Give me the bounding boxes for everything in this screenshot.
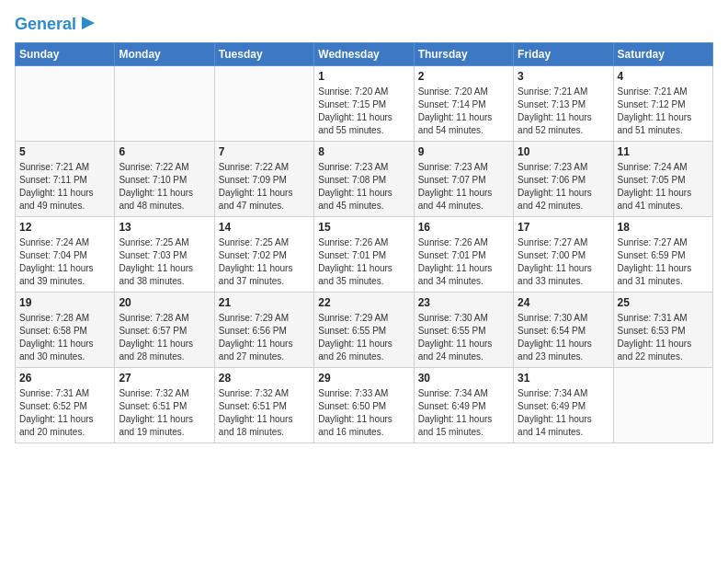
week-row-1: 1Sunrise: 7:20 AMSunset: 7:15 PMDaylight…: [16, 66, 713, 142]
day-number: 10: [518, 145, 609, 158]
day-number: 14: [219, 221, 310, 234]
day-info: Sunrise: 7:34 AMSunset: 6:49 PMDaylight:…: [518, 387, 609, 439]
day-number: 22: [318, 296, 409, 309]
calendar-cell: 6Sunrise: 7:22 AMSunset: 7:10 PMDaylight…: [115, 142, 214, 217]
calendar-cell: 29Sunrise: 7:33 AMSunset: 6:50 PMDayligh…: [314, 368, 414, 443]
day-info: Sunrise: 7:21 AMSunset: 7:12 PMDaylight:…: [618, 86, 709, 137]
day-number: 17: [518, 221, 609, 234]
day-info: Sunrise: 7:30 AMSunset: 6:55 PMDaylight:…: [418, 312, 509, 363]
day-number: 2: [418, 70, 509, 83]
day-info: Sunrise: 7:24 AMSunset: 7:05 PMDaylight:…: [618, 161, 709, 213]
week-row-4: 19Sunrise: 7:28 AMSunset: 6:58 PMDayligh…: [16, 293, 713, 368]
day-number: 3: [518, 70, 609, 83]
header: General: [15, 15, 713, 33]
calendar-cell: [214, 66, 313, 142]
calendar-cell: 10Sunrise: 7:23 AMSunset: 7:06 PMDayligh…: [514, 142, 613, 217]
calendar-cell: 13Sunrise: 7:25 AMSunset: 7:03 PMDayligh…: [115, 217, 214, 293]
day-info: Sunrise: 7:20 AMSunset: 7:15 PMDaylight:…: [318, 86, 409, 137]
calendar-cell: 14Sunrise: 7:25 AMSunset: 7:02 PMDayligh…: [214, 217, 313, 293]
day-number: 9: [418, 145, 509, 158]
day-number: 6: [119, 145, 210, 158]
day-number: 1: [318, 70, 409, 83]
day-info: Sunrise: 7:28 AMSunset: 6:58 PMDaylight:…: [19, 312, 110, 363]
day-number: 16: [418, 221, 509, 234]
calendar-cell: [115, 66, 214, 142]
calendar-cell: 7Sunrise: 7:22 AMSunset: 7:09 PMDaylight…: [214, 142, 313, 217]
day-info: Sunrise: 7:29 AMSunset: 6:56 PMDaylight:…: [219, 312, 310, 363]
calendar-cell: 15Sunrise: 7:26 AMSunset: 7:01 PMDayligh…: [314, 217, 414, 293]
week-row-3: 12Sunrise: 7:24 AMSunset: 7:04 PMDayligh…: [16, 217, 713, 293]
day-number: 15: [318, 221, 409, 234]
day-info: Sunrise: 7:34 AMSunset: 6:49 PMDaylight:…: [418, 387, 509, 439]
weekday-header-friday: Friday: [514, 43, 613, 66]
calendar-cell: 8Sunrise: 7:23 AMSunset: 7:08 PMDaylight…: [314, 142, 414, 217]
weekday-header-sunday: Sunday: [16, 43, 115, 66]
calendar-cell: [16, 66, 115, 142]
logo-general: General: [15, 15, 76, 33]
calendar-cell: 27Sunrise: 7:32 AMSunset: 6:51 PMDayligh…: [115, 368, 214, 443]
day-number: 12: [19, 221, 110, 234]
day-info: Sunrise: 7:32 AMSunset: 6:51 PMDaylight:…: [119, 387, 210, 439]
calendar-cell: 30Sunrise: 7:34 AMSunset: 6:49 PMDayligh…: [414, 368, 513, 443]
day-number: 4: [618, 70, 709, 83]
day-info: Sunrise: 7:31 AMSunset: 6:53 PMDaylight:…: [618, 312, 709, 363]
logo: General: [15, 15, 97, 33]
calendar-cell: 28Sunrise: 7:32 AMSunset: 6:51 PMDayligh…: [214, 368, 313, 443]
day-number: 31: [518, 372, 609, 385]
svg-marker-0: [82, 17, 95, 29]
day-info: Sunrise: 7:33 AMSunset: 6:50 PMDaylight:…: [318, 387, 409, 439]
weekday-header-wednesday: Wednesday: [314, 43, 414, 66]
calendar-cell: 20Sunrise: 7:28 AMSunset: 6:57 PMDayligh…: [115, 293, 214, 368]
day-number: 13: [119, 221, 210, 234]
calendar-cell: 5Sunrise: 7:21 AMSunset: 7:11 PMDaylight…: [16, 142, 115, 217]
day-number: 5: [19, 145, 110, 158]
day-info: Sunrise: 7:23 AMSunset: 7:08 PMDaylight:…: [318, 161, 409, 213]
calendar-cell: 4Sunrise: 7:21 AMSunset: 7:12 PMDaylight…: [613, 66, 712, 142]
calendar-cell: 23Sunrise: 7:30 AMSunset: 6:55 PMDayligh…: [414, 293, 513, 368]
day-number: 23: [418, 296, 509, 309]
week-row-5: 26Sunrise: 7:31 AMSunset: 6:52 PMDayligh…: [16, 368, 713, 443]
calendar-cell: 31Sunrise: 7:34 AMSunset: 6:49 PMDayligh…: [514, 368, 613, 443]
day-info: Sunrise: 7:22 AMSunset: 7:09 PMDaylight:…: [219, 161, 310, 213]
calendar-cell: 11Sunrise: 7:24 AMSunset: 7:05 PMDayligh…: [613, 142, 712, 217]
calendar-cell: 2Sunrise: 7:20 AMSunset: 7:14 PMDaylight…: [414, 66, 513, 142]
day-number: 18: [618, 221, 709, 234]
day-info: Sunrise: 7:25 AMSunset: 7:03 PMDaylight:…: [119, 236, 210, 288]
day-number: 20: [119, 296, 210, 309]
day-info: Sunrise: 7:23 AMSunset: 7:07 PMDaylight:…: [418, 161, 509, 213]
calendar-cell: 17Sunrise: 7:27 AMSunset: 7:00 PMDayligh…: [514, 217, 613, 293]
logo-text: General: [15, 16, 76, 34]
day-info: Sunrise: 7:26 AMSunset: 7:01 PMDaylight:…: [418, 236, 509, 288]
calendar-cell: 26Sunrise: 7:31 AMSunset: 6:52 PMDayligh…: [16, 368, 115, 443]
logo-arrow-icon: [80, 15, 97, 35]
day-number: 27: [119, 372, 210, 385]
calendar-cell: 16Sunrise: 7:26 AMSunset: 7:01 PMDayligh…: [414, 217, 513, 293]
day-info: Sunrise: 7:21 AMSunset: 7:11 PMDaylight:…: [19, 161, 110, 213]
day-number: 29: [318, 372, 409, 385]
day-info: Sunrise: 7:29 AMSunset: 6:55 PMDaylight:…: [318, 312, 409, 363]
calendar-cell: 24Sunrise: 7:30 AMSunset: 6:54 PMDayligh…: [514, 293, 613, 368]
day-number: 30: [418, 372, 509, 385]
calendar-cell: 19Sunrise: 7:28 AMSunset: 6:58 PMDayligh…: [16, 293, 115, 368]
calendar-container: General SundayMondayTuesday: [0, 0, 728, 453]
day-info: Sunrise: 7:31 AMSunset: 6:52 PMDaylight:…: [19, 387, 110, 439]
day-info: Sunrise: 7:25 AMSunset: 7:02 PMDaylight:…: [219, 236, 310, 288]
day-info: Sunrise: 7:23 AMSunset: 7:06 PMDaylight:…: [518, 161, 609, 213]
calendar-cell: 22Sunrise: 7:29 AMSunset: 6:55 PMDayligh…: [314, 293, 414, 368]
day-number: 19: [19, 296, 110, 309]
weekday-header-thursday: Thursday: [414, 43, 513, 66]
day-info: Sunrise: 7:20 AMSunset: 7:14 PMDaylight:…: [418, 86, 509, 137]
calendar-cell: 12Sunrise: 7:24 AMSunset: 7:04 PMDayligh…: [16, 217, 115, 293]
calendar-cell: 9Sunrise: 7:23 AMSunset: 7:07 PMDaylight…: [414, 142, 513, 217]
weekday-header-monday: Monday: [115, 43, 214, 66]
calendar-cell: 25Sunrise: 7:31 AMSunset: 6:53 PMDayligh…: [613, 293, 712, 368]
weekday-header-row: SundayMondayTuesdayWednesdayThursdayFrid…: [16, 43, 713, 66]
calendar-cell: 1Sunrise: 7:20 AMSunset: 7:15 PMDaylight…: [314, 66, 414, 142]
day-info: Sunrise: 7:32 AMSunset: 6:51 PMDaylight:…: [219, 387, 310, 439]
day-number: 8: [318, 145, 409, 158]
calendar-cell: 21Sunrise: 7:29 AMSunset: 6:56 PMDayligh…: [214, 293, 313, 368]
day-info: Sunrise: 7:28 AMSunset: 6:57 PMDaylight:…: [119, 312, 210, 363]
day-info: Sunrise: 7:26 AMSunset: 7:01 PMDaylight:…: [318, 236, 409, 288]
calendar-cell: 3Sunrise: 7:21 AMSunset: 7:13 PMDaylight…: [514, 66, 613, 142]
calendar-cell: [613, 368, 712, 443]
